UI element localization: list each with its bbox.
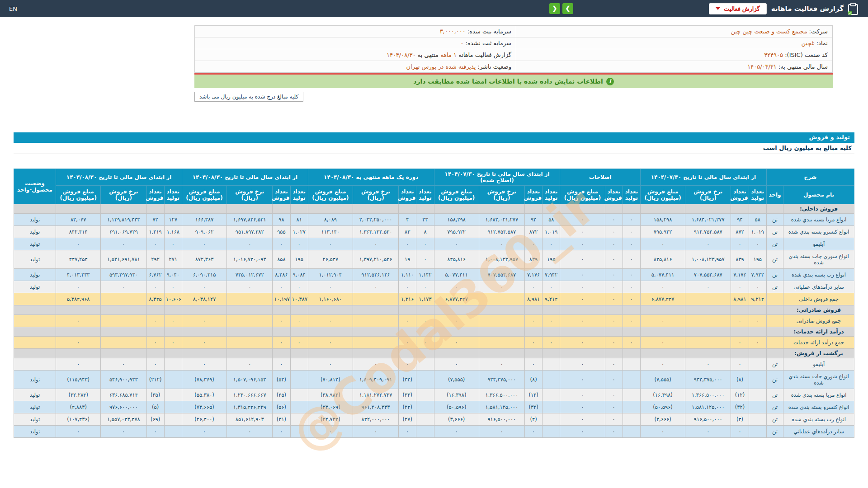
cell-e_amt: ۶,۰۹۰,۳۱۵	[182, 269, 226, 281]
cell-f_amt	[56, 327, 101, 337]
cell-e_amt: ۹۰۹,۰۶۲	[182, 226, 226, 238]
cell-d_sold: ۴	[399, 214, 416, 226]
cell-a_prod	[749, 358, 766, 371]
cell-c_amt: ۰	[434, 358, 479, 371]
cell-f_sold: ۰	[146, 281, 164, 293]
info-cell: سال مالی منتهی به: ۱۴۰۵/۰۳/۳۱	[516, 61, 832, 72]
cell-d_prod	[416, 349, 434, 358]
cell-name: انواع شوري جات بسته بندي شده	[783, 250, 854, 269]
cell-status	[14, 315, 56, 327]
cell-f_sold: (۵)	[146, 401, 164, 413]
cell-a_prod: ۹,۲۱۴	[749, 293, 766, 305]
section-title-bar: تولید و فروش	[14, 132, 854, 143]
cell-f_prod: ۹,۰۴۰	[164, 269, 182, 281]
cell-d_amt: ۰	[308, 238, 353, 250]
cell-f_sold: ۰	[146, 358, 164, 371]
cell-d_amt: ۰	[308, 358, 353, 371]
cell-a_prod	[749, 349, 766, 358]
cell-adj_prod: ۰	[623, 226, 640, 238]
cell-a_amt: ۵,۰۷۷,۴۱۱	[641, 269, 685, 281]
cell-e_amt	[182, 349, 226, 358]
report-type-button[interactable]: گزارش فعالیت	[709, 3, 767, 14]
cell-f_sold: ۰	[146, 337, 164, 349]
cell-d_amt: ۸,۰۸۹	[308, 214, 353, 226]
cell-d_rate: ۹۱۲,۵۲۶,۱۲۶	[353, 269, 398, 281]
cell-a_prod: ۵۸	[749, 214, 766, 226]
cell-status: تولید	[14, 401, 56, 413]
cell-adj_sold	[605, 327, 623, 337]
cell-e_sold: ۰	[273, 281, 290, 293]
cell-e_sold: ۰	[273, 426, 290, 438]
cell-a_rate: ۱,۰۰۸,۱۲۳,۹۵۷	[685, 250, 731, 269]
section-row: فروش صادراتی:	[14, 305, 854, 315]
info-icon: i	[606, 78, 614, 85]
cell-adj_prod: ۰	[623, 269, 640, 281]
cell-adj_amt: ۰	[560, 371, 605, 389]
cell-c_amt: (۵۰,۵۹۶)	[434, 401, 479, 413]
cell-d_amt: (۷۰,۸۱۴)	[308, 371, 353, 389]
table-header-col: نرخ فروش (ریال)	[227, 186, 273, 204]
cell-name: فروش داخلی:	[783, 204, 854, 214]
cell-unit: تن	[766, 214, 783, 226]
cell-e_sold: ۰	[273, 337, 290, 349]
cell-a_prod	[749, 401, 766, 413]
cell-d_rate: ۱,۳۶۳,۱۳۲,۵۳۰	[353, 226, 398, 238]
cell-unit: تن	[766, 389, 783, 401]
info-label: منتهی به	[416, 52, 439, 58]
cell-d_amt	[308, 204, 353, 214]
cell-e_amt	[182, 204, 226, 214]
cell-name: آبليمو	[783, 238, 854, 250]
cell-a_rate: ۱,۳۶۶,۵۰۰,۰۰۰	[685, 389, 731, 401]
cell-e_prod: ۱۰,۳۸۷	[290, 293, 308, 305]
prev-report-button[interactable]: ❮	[549, 3, 560, 14]
cell-c_amt: ۸۴۵,۸۱۶	[434, 250, 479, 269]
info-label: گزارش فعالیت ماهانه	[457, 52, 511, 58]
cell-c_prod	[542, 305, 560, 315]
cell-c_sold: ۰	[524, 426, 542, 438]
next-report-button[interactable]: ❯	[562, 3, 573, 14]
cell-c_amt: ۶,۸۷۷,۴۴۷	[434, 293, 479, 305]
cell-f_prod	[164, 358, 182, 371]
cell-c_sold	[524, 327, 542, 337]
info-value: مجتمع کشت و صنعت چین چین	[731, 28, 807, 35]
cell-c_sold: (۴)	[524, 413, 542, 426]
language-link[interactable]: EN	[9, 5, 17, 12]
report-nav: ❯ ❮	[549, 3, 573, 14]
cell-d_rate: ۸۴۲,۰۰۰,۰۰۰	[353, 413, 398, 426]
cell-c_sold	[524, 305, 542, 315]
table-header-group: شرح	[766, 169, 854, 186]
cell-f_amt: (۴,۸۸۳)	[56, 401, 101, 413]
table-header-col: مبلغ فروش (میلیون ریال)	[308, 186, 353, 204]
cell-a_sold: ۹۴	[731, 214, 749, 226]
cell-c_prod	[542, 389, 560, 401]
cell-a_amt	[641, 349, 685, 358]
cell-d_rate	[353, 293, 398, 305]
table-header-col: نرخ فروش (ریال)	[685, 186, 731, 204]
cell-adj_amt	[560, 349, 605, 358]
cell-a_prod: ۰	[749, 337, 766, 349]
cell-c_sold: (۸)	[524, 371, 542, 389]
cell-d_amt	[308, 305, 353, 315]
cell-f_sold	[146, 305, 164, 315]
cell-unit	[766, 293, 783, 305]
cell-adj_amt: ۰	[560, 358, 605, 371]
chevron-down-icon	[716, 7, 720, 10]
cell-d_amt: ۰	[308, 426, 353, 438]
cell-d_sold: (۲۷)	[399, 413, 416, 426]
cell-a_rate: ۰	[685, 358, 731, 371]
cell-name: انواع رب بسته بندي شده	[783, 269, 854, 281]
cell-f_rate: ۰	[101, 358, 146, 371]
cell-e_sold: (۵۲)	[273, 371, 290, 389]
cell-f_sold: ۰	[146, 238, 164, 250]
cell-c_rate	[479, 349, 524, 358]
table-header-col: مبلغ فروش (میلیون ریال)	[560, 186, 605, 204]
cell-status	[14, 337, 56, 349]
cell-f_prod	[164, 349, 182, 358]
info-cell: کد صنعت (ISIC): ۴۲۴۹۰۵	[516, 49, 832, 61]
cell-d_sold: ۱,۱۱۰	[399, 269, 416, 281]
cell-name: جمع فروش داخلی	[783, 293, 854, 305]
cell-a_sold: (۱۲)	[731, 389, 749, 401]
table-header-col: تعداد فروش	[273, 186, 290, 204]
table-row: ساير درآمدهاي عملياتيتن۰۰۰۰۰۰۰۰۰۰۰۰۰۰۰۰۰…	[14, 426, 854, 438]
cell-adj_sold: ۰	[605, 315, 623, 327]
